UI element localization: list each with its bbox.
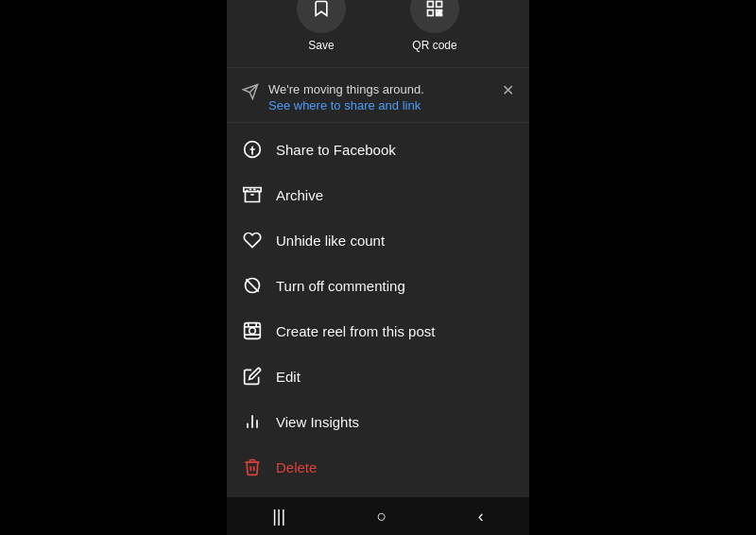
reel-icon — [242, 320, 263, 341]
qr-label: QR code — [412, 39, 456, 52]
trash-icon — [242, 457, 263, 477]
insights-icon — [242, 411, 263, 432]
edit-label: Edit — [276, 369, 301, 385]
nav-recents[interactable]: ||| — [272, 507, 285, 526]
delete-label: Delete — [276, 459, 317, 475]
notice-icon — [242, 83, 259, 104]
notice-main-text: We're moving things around. — [268, 81, 492, 98]
bottom-sheet: Save QR code — [227, 0, 529, 497]
phone-container: 22:50 ⚙ ▸ • 🔇 📶 51% 🔋 ← Posts Audio unav… — [227, 0, 529, 535]
edit-icon — [242, 366, 263, 387]
save-label: Save — [308, 39, 334, 52]
svg-rect-0 — [428, 1, 434, 7]
bookmark-icon — [312, 0, 331, 18]
create-reel-label: Create reel from this post — [276, 323, 435, 339]
menu-item-archive[interactable]: Archive — [227, 172, 529, 217]
turn-off-commenting-label: Turn off commenting — [276, 278, 405, 294]
heart-icon — [242, 230, 263, 250]
notice-close-button[interactable]: ✕ — [502, 81, 514, 99]
menu-item-delete[interactable]: Delete — [227, 444, 529, 490]
save-button[interactable]: Save — [297, 0, 346, 52]
menu-item-unhide-like[interactable]: Unhide like count — [227, 217, 529, 263]
archive-icon — [242, 184, 263, 205]
svg-rect-5 — [437, 14, 438, 16]
share-facebook-label: Share to Facebook — [276, 142, 396, 158]
archive-label: Archive — [276, 187, 323, 203]
svg-rect-2 — [428, 9, 434, 15]
svg-rect-11 — [245, 323, 261, 339]
nav-back-nav[interactable]: ‹ — [478, 507, 484, 526]
save-icon-circle — [297, 0, 346, 33]
unhide-like-label: Unhide like count — [276, 233, 385, 249]
action-row: Save QR code — [227, 0, 529, 68]
notice-link[interactable]: See where to share and link — [268, 98, 492, 112]
nav-home[interactable]: ○ — [377, 507, 387, 526]
svg-rect-1 — [437, 1, 442, 7]
comment-off-icon — [242, 275, 263, 296]
menu-item-turn-off-commenting[interactable]: Turn off commenting — [227, 263, 529, 308]
menu-item-create-reel[interactable]: Create reel from this post — [227, 308, 529, 354]
menu-item-view-insights[interactable]: View Insights — [227, 399, 529, 444]
menu-item-share-facebook[interactable]: Share to Facebook — [227, 127, 529, 172]
svg-line-10 — [246, 279, 258, 291]
menu-item-edit[interactable]: Edit — [227, 354, 529, 399]
svg-rect-4 — [440, 9, 442, 11]
svg-rect-7 — [439, 12, 441, 14]
bottom-nav: ||| ○ ‹ — [227, 497, 529, 535]
qr-code-button[interactable]: QR code — [410, 0, 459, 52]
qr-icon-circle — [410, 0, 459, 33]
view-insights-label: View Insights — [276, 414, 359, 430]
svg-point-12 — [249, 328, 256, 335]
svg-rect-3 — [437, 9, 439, 12]
qr-icon — [425, 0, 444, 18]
notice-text-area: We're moving things around. See where to… — [268, 81, 492, 112]
facebook-icon — [242, 139, 263, 160]
notice-bar: We're moving things around. See where to… — [227, 72, 529, 123]
